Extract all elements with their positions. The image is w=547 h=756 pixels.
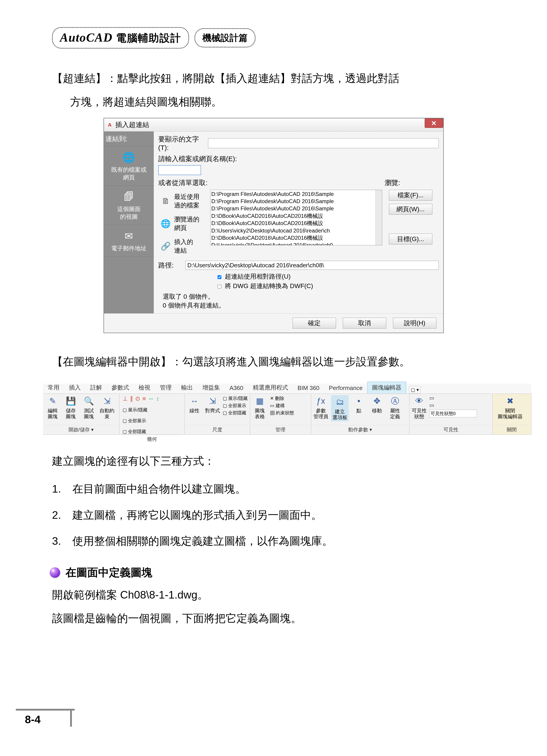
list-item[interactable]: D:\DBook\AutoCAD2016\AutoCAD2016機械設 bbox=[211, 234, 381, 242]
btn-save-block[interactable]: 💾 儲存 圖塊 bbox=[63, 395, 79, 420]
btn-constraint-status[interactable]: ▦ 約束狀態 bbox=[270, 410, 294, 416]
vis-mode-icon[interactable]: ▭ bbox=[429, 395, 477, 401]
tab-manage[interactable]: 管理 bbox=[155, 382, 176, 394]
tab-annotate[interactable]: 註解 bbox=[85, 382, 107, 394]
btn-visibility-state[interactable]: 👁 可見性 狀態 bbox=[411, 395, 427, 420]
btn-point[interactable]: • 點 bbox=[351, 395, 367, 414]
para-example-desc: 該圖檔是齒輪的一個視圖，下面將把它定義為圖塊。 bbox=[52, 608, 495, 629]
envelope-icon: ✉ bbox=[105, 230, 152, 242]
tab-output[interactable]: 輸出 bbox=[176, 382, 198, 394]
btn-linear[interactable]: ↔ 線性 bbox=[186, 395, 202, 414]
constraint-icon[interactable]: ↕ bbox=[156, 395, 159, 402]
btn-show-all[interactable]: ▢ 全部展示 bbox=[122, 418, 146, 424]
help-button[interactable]: 說明(H) bbox=[393, 318, 436, 329]
test-block-icon: 🔍 bbox=[83, 395, 95, 407]
chk-dwf-input[interactable] bbox=[217, 285, 221, 289]
list-item[interactable]: D:\Program Files\Autodesk\AutoCAD 2016\S… bbox=[211, 198, 381, 205]
dialog-titlebar: A 插入超連結 ✕ bbox=[104, 118, 443, 131]
display-text-input[interactable] bbox=[208, 138, 439, 148]
chk-relative-path[interactable]: 超連結使用相對路徑(U) bbox=[217, 272, 439, 281]
group-close: ✖ 關閉 圖塊編輯器 關閉 bbox=[493, 394, 532, 434]
browse-file-button[interactable]: 檔案(F)... bbox=[389, 190, 432, 201]
list-item[interactable]: D:\Users\vicky2\Desktop\Autocad 2016\rea… bbox=[211, 242, 381, 245]
ok-button[interactable]: 確定 bbox=[293, 318, 336, 329]
list-item[interactable]: D:\DBook\AutoCAD2016\AutoCAD2016機械設 bbox=[211, 212, 381, 220]
status-selected: 選取了 0 個物件。 bbox=[163, 292, 439, 301]
status-haslink: 0 個物件具有超連結。 bbox=[163, 301, 439, 310]
ribbon-menu-dropdown[interactable]: ▢ ▾ bbox=[409, 386, 421, 394]
list-item[interactable]: D:\Program Files\Autodesk\AutoCAD 2016\S… bbox=[211, 205, 381, 212]
btn-show-hide-2[interactable]: ▢ 展示/隱藏 bbox=[223, 395, 247, 401]
tab-block-editor[interactable]: 圖塊編輯器 bbox=[367, 382, 406, 394]
source-inserted-links[interactable]: 🔗 插入的 連結 bbox=[158, 235, 210, 258]
group-manage: ▦ 圖塊 表格 ✕ 刪除 ▭ 建構 ▦ 約束狀態 管理 bbox=[250, 394, 311, 434]
btn-construct[interactable]: ▭ 建構 bbox=[270, 402, 294, 409]
target-button[interactable]: 目標(G)... bbox=[389, 234, 432, 244]
list-item[interactable]: D:\DBook\AutoCAD2016\AutoCAD2016機械設 bbox=[211, 220, 381, 227]
browse-web-button[interactable]: 網頁(W)... bbox=[389, 204, 432, 215]
btn-test-block[interactable]: 🔍 測試 圖塊 bbox=[81, 395, 97, 420]
btn-aligned[interactable]: ⇲ 對齊式 bbox=[205, 395, 220, 414]
section-define-block-in-drawing: 在圖面中定義圖塊 bbox=[50, 565, 495, 580]
autocad-app-icon: A bbox=[107, 122, 113, 128]
para-open-in-block-editor: 【在圖塊編輯器中開啟】：勾選該項將進入圖塊編輯器以進一步設置參數。 bbox=[52, 351, 495, 372]
list-item-1: 1. 在目前圖面中組合物件以建立圖塊。 bbox=[52, 478, 495, 500]
subtitle-bubble: 機械設計篇 bbox=[194, 28, 255, 47]
listbox-scrollbar[interactable] bbox=[375, 190, 382, 245]
tab-performance[interactable]: Performance bbox=[324, 383, 368, 394]
btn-attr-def[interactable]: Ⓐ 屬性 定義 bbox=[387, 395, 403, 420]
tab-addins[interactable]: 增益集 bbox=[198, 382, 225, 394]
list-item[interactable]: D:\Program Files\Autodesk\AutoCAD 2016\S… bbox=[211, 190, 381, 198]
group-label-visibility: 可見性 bbox=[411, 425, 491, 434]
nav-this-drawing-view[interactable]: 🗐 這個圖面 的視圖 bbox=[104, 186, 154, 225]
tab-view[interactable]: 檢視 bbox=[134, 382, 155, 394]
group-geometry: ⊥ ∥ ⊙ ≡ ↔ ↕ ▢ 展示/隱藏 ▢ 全部展示 ▢ 全部隱藏 幾何 bbox=[119, 394, 185, 434]
file-listbox[interactable]: D:\Program Files\Autodesk\AutoCAD 2016\S… bbox=[210, 190, 382, 245]
linear-icon: ↔ bbox=[188, 395, 200, 407]
source-recent-files[interactable]: 🗎 最近使用 過的檔案 bbox=[158, 190, 210, 212]
tab-featured-apps[interactable]: 精選應用程式 bbox=[248, 382, 293, 394]
visibility-state-combo[interactable] bbox=[429, 410, 477, 417]
constraint-icon[interactable]: ≡ bbox=[142, 395, 146, 402]
cancel-button[interactable]: 取消 bbox=[343, 318, 386, 329]
tab-bim360[interactable]: BIM 360 bbox=[293, 383, 324, 394]
page-footer: 8-4 bbox=[16, 709, 75, 727]
btn-close-block-editor[interactable]: ✖ 關閉 圖塊編輯器 bbox=[494, 395, 526, 420]
btn-move[interactable]: ✥ 移動 bbox=[369, 395, 385, 414]
tab-a360[interactable]: A360 bbox=[225, 383, 248, 394]
palette-icon: 🗂 bbox=[334, 396, 346, 408]
close-button[interactable]: ✕ bbox=[425, 118, 443, 128]
dialog-title: 插入超連結 bbox=[115, 120, 149, 129]
btn-show-all-2[interactable]: ▢ 全部展示 bbox=[223, 402, 247, 409]
list-item-3: 3. 使用整個相關聯的圖塊定義建立圖檔，以作為圖塊庫。 bbox=[52, 531, 495, 552]
constraint-icon[interactable]: ↔ bbox=[148, 395, 154, 402]
nav-existing-file[interactable]: 🌐 既有的檔案或 網頁 bbox=[104, 146, 154, 186]
chk-convert-dwf[interactable]: 將 DWG 超連結轉換為 DWF(C) bbox=[217, 282, 439, 290]
tab-insert[interactable]: 插入 bbox=[64, 382, 85, 394]
linkto-label: 連結到: bbox=[104, 131, 154, 146]
btn-delete[interactable]: ✕ 刪除 bbox=[270, 395, 294, 401]
btn-param-manager[interactable]: ƒx 參數 管理員 bbox=[313, 395, 329, 420]
btn-hide-all[interactable]: ▢ 全部隱藏 bbox=[122, 428, 146, 435]
vis-mode-icon[interactable]: ▭ bbox=[429, 402, 477, 408]
btn-auto-constrain[interactable]: ⇲ 自動約束 bbox=[99, 395, 115, 420]
btn-show-hide[interactable]: ▢ 展示/隱藏 bbox=[122, 407, 147, 413]
nav-email-address[interactable]: ✉ 電子郵件地址 bbox=[104, 225, 154, 257]
chk-relative-input[interactable] bbox=[217, 275, 221, 279]
list-item[interactable]: D:\Users\vicky2\Desktop\Autocad 2016\rea… bbox=[211, 227, 381, 234]
constraint-icon[interactable]: ⊙ bbox=[135, 395, 140, 402]
group-action-params: ƒx 參數 管理員 🗂 建立 選項板 • 點 ✥ 移動 bbox=[311, 394, 410, 434]
block-editor-ribbon: 常用 插入 註解 參數式 檢視 管理 輸出 增益集 A360 精選應用程式 BI… bbox=[43, 384, 531, 435]
tab-parametric[interactable]: 參數式 bbox=[107, 382, 134, 394]
btn-hide-all-2[interactable]: ▢ 全部隱藏 bbox=[223, 410, 247, 416]
btn-build-palette[interactable]: 🗂 建立 選項板 bbox=[331, 395, 349, 422]
source-browsed-pages[interactable]: 🌐 瀏覽過的 網頁 bbox=[158, 212, 210, 235]
tab-home[interactable]: 常用 bbox=[43, 382, 64, 394]
aligned-icon: ⇲ bbox=[207, 395, 218, 407]
constraint-icon[interactable]: ∥ bbox=[130, 395, 133, 402]
file-or-web-input[interactable] bbox=[158, 165, 201, 175]
constraint-icon[interactable]: ⊥ bbox=[122, 395, 128, 402]
btn-block-table[interactable]: ▦ 圖塊 表格 bbox=[252, 395, 268, 420]
group-label-close: 關閉 bbox=[494, 425, 530, 434]
btn-edit-block[interactable]: ✎ 編輯 圖塊 bbox=[45, 395, 61, 420]
